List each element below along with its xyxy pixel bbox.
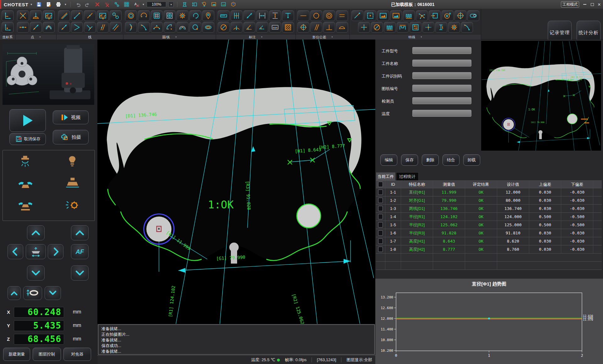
combined-light-icon[interactable] <box>17 196 34 214</box>
special-image-capture-icon[interactable] <box>377 10 389 21</box>
machine-cs-icon[interactable] <box>2 10 14 21</box>
app-menu[interactable]: CHOTEST▼ <box>4 2 33 7</box>
print-icon[interactable] <box>55 1 62 8</box>
jog-z-up-button[interactable] <box>71 225 89 240</box>
engineering-mode-button[interactable]: 工程模式 <box>561 1 579 8</box>
special-circle-plus-icon[interactable] <box>442 10 454 21</box>
special-peaks-icon[interactable] <box>384 22 396 33</box>
layer-control-button[interactable]: 图层控制 <box>33 348 61 361</box>
toolbar-group-label-point[interactable]: 点▼ <box>15 34 56 40</box>
dim-area-icon[interactable] <box>282 22 294 33</box>
dim-angle-icon[interactable] <box>243 22 255 33</box>
jog-down-button[interactable] <box>27 265 45 281</box>
combine-button[interactable]: 结合 <box>443 154 459 166</box>
toolbar-group-label-line[interactable]: 线 <box>57 34 123 40</box>
unload-button[interactable]: 卸载 <box>463 154 480 166</box>
part-id-code-field[interactable] <box>412 72 471 79</box>
cube-3d-icon[interactable] <box>230 1 237 8</box>
delete-button[interactable]: 删除 <box>422 154 439 166</box>
dim-diameter-icon[interactable] <box>218 22 230 33</box>
line-perpendicular-icon[interactable] <box>84 22 96 33</box>
line-fit-icon[interactable] <box>58 10 70 21</box>
special-cluster-icon[interactable] <box>416 10 428 21</box>
line-bisector-icon[interactable] <box>71 22 83 33</box>
layer-display-status[interactable]: 图层显示:全部 <box>346 357 372 363</box>
gdt-parallel-icon[interactable] <box>336 10 348 21</box>
point-projection-icon[interactable] <box>30 10 42 21</box>
spot-light-icon[interactable] <box>64 153 81 171</box>
video-button[interactable]: 视频 <box>53 110 89 124</box>
special-diameter-icon[interactable] <box>371 22 383 33</box>
special-comb-icon[interactable] <box>403 10 415 21</box>
undo-icon[interactable] <box>74 1 82 8</box>
point-arc-peak-icon[interactable] <box>43 22 55 33</box>
inspector-field[interactable] <box>412 97 471 104</box>
jog-right-button[interactable] <box>48 244 63 259</box>
special-calculator-icon[interactable] <box>410 22 421 33</box>
dim-height-icon[interactable] <box>282 10 294 21</box>
part-name-field[interactable] <box>412 60 471 67</box>
table-row[interactable]: 1-6半径[R3]91.828OK91.8100.030-0.030 <box>376 229 602 237</box>
row-checkbox[interactable] <box>378 247 383 252</box>
workpiece-cs-icon[interactable] <box>2 22 14 33</box>
arc-dome-icon[interactable] <box>177 22 188 33</box>
minimize-button[interactable] <box>582 0 588 9</box>
row-checkbox[interactable] <box>378 238 383 244</box>
table-row[interactable]: 1-3两线[D1]136.746OK136.7400.030-0.030 <box>376 205 602 213</box>
part-model-field[interactable] <box>412 47 471 54</box>
font-icon[interactable]: AA <box>133 1 140 8</box>
special-cross-dim-icon[interactable] <box>358 22 370 33</box>
projector-icon[interactable] <box>181 1 188 8</box>
cancel-save-button[interactable]: 取消保存 <box>9 133 46 145</box>
circle-locate-icon[interactable] <box>164 10 176 21</box>
redo-icon[interactable] <box>84 1 91 8</box>
lens-button[interactable] <box>23 286 42 300</box>
save-button[interactable]: 保存 <box>401 154 418 166</box>
table-row[interactable]: 1-2对齐[G1]79.990OK80.0000.030-0.030 <box>376 196 602 205</box>
point-scan-icon[interactable] <box>43 10 55 21</box>
point-construct-icon[interactable] <box>30 22 42 33</box>
font-dropdown-icon[interactable]: ▼ <box>142 3 145 6</box>
toolbar-group-label-gdt[interactable]: 形位公差▼ <box>296 34 350 40</box>
table-row[interactable]: 1-7高度[H1]8.643OK8.6200.030-0.030 <box>376 237 602 245</box>
special-gear-icon[interactable] <box>448 22 460 33</box>
dim-lines-icon[interactable] <box>231 10 242 21</box>
focuser-button[interactable]: 对焦器 <box>63 348 91 361</box>
link-icon[interactable] <box>113 1 121 8</box>
capture-button[interactable]: 拍摄 <box>53 130 89 144</box>
circle-array-icon[interactable] <box>151 10 163 21</box>
gdt-concentricity-icon[interactable] <box>323 10 335 21</box>
dim-diagonal-icon[interactable] <box>243 10 255 21</box>
jog-left-button[interactable] <box>8 244 23 259</box>
dim-angle-ref-icon[interactable] <box>256 22 268 33</box>
gdt-perpendicularity-icon[interactable] <box>323 22 335 33</box>
table-row[interactable]: 1-1直径[Φ1]11.999OK12.0000.030-0.030 <box>376 188 602 196</box>
table-row[interactable]: 1-5半径[R2]125.062OK125.0000.500-0.500 <box>376 221 602 229</box>
new-measure-button[interactable]: 新建测量 <box>3 348 30 361</box>
point-intersection-icon[interactable] <box>17 10 29 21</box>
line-scan-icon[interactable] <box>97 10 109 21</box>
line-offset-icon[interactable] <box>110 22 122 33</box>
drawing-number-field[interactable] <box>412 85 471 92</box>
toolbar-group-label-circle-arc[interactable]: 圆/弧▼ <box>123 34 216 40</box>
overview-minimap[interactable]: [D1] 136.746[H1] 8.643[H2] 8.7771:OK[G1]… <box>481 41 601 151</box>
stage-move-button[interactable] <box>26 244 46 259</box>
circle-pin-icon[interactable] <box>202 10 214 21</box>
point-midpoint-icon[interactable] <box>17 22 29 33</box>
table-row[interactable]: 1-8高度[H2]8.777OK8.7600.030-0.030 <box>376 245 602 254</box>
tab-current-part[interactable]: 当前工件 <box>376 172 395 180</box>
zoom-dropdown-icon[interactable]: ▼ <box>168 2 174 7</box>
gdt-profile-icon[interactable] <box>336 22 348 33</box>
toolbar-group-label-coordinate-system[interactable]: 坐标系 <box>0 34 15 40</box>
maximize-button[interactable] <box>589 0 595 9</box>
lens-down-button[interactable] <box>45 286 61 300</box>
special-roi-icon[interactable] <box>364 10 376 21</box>
af-button[interactable]: AF <box>71 244 89 259</box>
line-tangent-circles-icon[interactable] <box>110 10 122 21</box>
gdt-position-icon[interactable] <box>297 22 309 33</box>
special-step-profile-icon[interactable] <box>397 22 409 33</box>
special-toggle-icon[interactable] <box>467 10 479 21</box>
toolbar-group-label-dimension[interactable]: 标注▼ <box>216 34 296 40</box>
select-all-checkbox[interactable] <box>378 182 383 187</box>
dim-ruler-icon[interactable] <box>218 10 230 21</box>
